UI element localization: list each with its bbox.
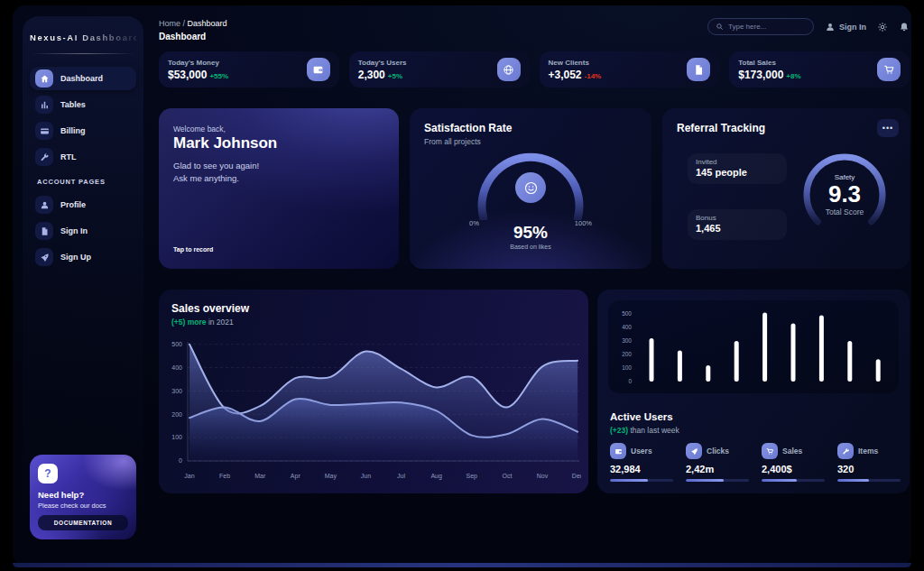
page-title: Dashboard [159, 32, 206, 41]
ellipsis-menu-icon[interactable]: ••• [877, 119, 899, 137]
sidebar-item-dashboard[interactable]: Dashboard [30, 67, 136, 90]
svg-text:Jun: Jun [361, 473, 371, 479]
referral-title: Referral Tracking [677, 122, 765, 134]
welcome-greeting: Welcome back, [173, 124, 226, 134]
search-box [707, 18, 814, 35]
satisfaction-rate-card: Satisfaction Rate From all projects 0% 1… [410, 108, 651, 269]
cards-row-2: Welcome back, Mark Johnson Glad to see y… [159, 108, 910, 269]
svg-text:Nov: Nov [537, 473, 549, 479]
breadcrumb-home[interactable]: Home [159, 19, 180, 28]
metric-sales: Sales 2,400$ [762, 443, 825, 482]
bell-icon[interactable] [899, 22, 910, 32]
stat-card-todays-users: Today's Users 2,300+5% [349, 51, 530, 87]
svg-text:Oct: Oct [502, 473, 512, 479]
welcome-card: Welcome back, Mark Johnson Glad to see y… [159, 108, 399, 269]
svg-text:Sep: Sep [467, 473, 478, 480]
sidebar-item-label: Sign Up [60, 253, 91, 262]
stat-cards-row: Today's Money $53,000+55% Today's Users … [159, 51, 910, 87]
rocket-icon [686, 443, 702, 459]
sidebar-item-billing[interactable]: Billing [30, 119, 136, 143]
rocket-icon [35, 248, 53, 266]
sidebar-item-tables[interactable]: Tables [30, 93, 136, 116]
app-logo: Nexus-AI Dashboard [30, 32, 136, 42]
svg-text:500: 500 [171, 341, 182, 347]
svg-text:300: 300 [622, 337, 632, 344]
gear-icon[interactable] [877, 22, 888, 32]
svg-text:500: 500 [622, 310, 632, 317]
score-value: 9.3 [799, 181, 890, 207]
document-icon [35, 222, 53, 240]
svg-text:0: 0 [628, 378, 632, 384]
sidebar-item-label: RTL [60, 152, 77, 161]
stat-delta: +5% [388, 72, 402, 80]
svg-text:100: 100 [622, 364, 632, 371]
svg-text:Feb: Feb [219, 473, 230, 479]
welcome-message-line1: Glad to see you again! [173, 161, 259, 170]
sidebar-item-label: Profile [60, 200, 86, 209]
wallet-icon [610, 443, 626, 459]
welcome-message-line2: Ask me anything. [173, 173, 239, 183]
stat-card-todays-money: Today's Money $53,000+55% [159, 51, 339, 87]
documentation-button[interactable]: DOCUMENTATION [38, 515, 128, 530]
stat-delta: +8% [786, 72, 800, 80]
active-users-card: 0100200300400500 Active Users (+23) than… [597, 290, 910, 493]
header-controls: Sign In [707, 18, 910, 35]
svg-text:Dec: Dec [572, 473, 581, 479]
sidebar-item-signin[interactable]: Sign In [30, 219, 136, 243]
bar-chart-panel: 0100200300400500 [608, 300, 899, 393]
stat-label: Today's Money [168, 59, 228, 67]
sales-overview-subtitle: (+5) more in 2021 [171, 318, 234, 327]
svg-text:100: 100 [171, 434, 182, 440]
sidebar-item-profile[interactable]: Profile [30, 193, 136, 216]
metric-items: Items 320 [837, 443, 901, 482]
sales-overview-card: Sales overview (+5) more in 2021 0100200… [159, 290, 588, 493]
sidebar-item-rtl[interactable]: RTL [30, 145, 136, 169]
active-users-subtitle: (+23) than last week [610, 426, 679, 435]
sign-in-label: Sign In [839, 23, 866, 32]
metric-label: Users [631, 447, 652, 456]
metric-label: Items [858, 447, 878, 456]
wrench-icon [837, 443, 854, 459]
active-users-delta-rest: than last week [630, 426, 679, 435]
metric-label: Sales [782, 447, 802, 456]
sales-area-chart: 0100200300400500JanFebMarAprMayJunJulAug… [166, 331, 581, 486]
sidebar-item-signup[interactable]: Sign Up [30, 245, 136, 269]
svg-text:Jul: Jul [397, 473, 405, 479]
sidebar-section-label: ACCOUNT PAGES [37, 178, 136, 186]
invited-label: Invited [696, 158, 779, 166]
bonus-value: 1,465 [696, 223, 779, 234]
question-icon: ? [38, 464, 58, 484]
breadcrumb-separator: / [183, 19, 186, 28]
svg-text:Mar: Mar [254, 473, 266, 479]
stat-value: $53,000 [168, 69, 207, 81]
welcome-user-name: Mark Johnson [173, 134, 277, 152]
progress-fill [610, 479, 648, 482]
cart-icon [762, 443, 778, 459]
svg-text:Aug: Aug [430, 473, 442, 480]
main-content: Home / Dashboard Dashboard Sign In Today… [159, 5, 910, 566]
stat-delta: +55% [209, 72, 228, 80]
stat-delta: -14% [585, 72, 602, 80]
sidebar-divider [32, 53, 134, 54]
sales-overview-title: Sales overview [171, 302, 249, 315]
progress-track [837, 479, 901, 482]
satisfaction-caption: Based on likes [410, 244, 651, 250]
credit-card-icon [35, 122, 53, 140]
tap-to-record-button[interactable]: Tap to record [173, 246, 213, 253]
search-input[interactable] [728, 23, 806, 31]
sidebar: Nexus-AI Dashboard Dashboard Tables Bill… [23, 16, 143, 554]
metric-clicks: Clicks 2,42m [686, 443, 749, 482]
cards-row-3: Sales overview (+5) more in 2021 0100200… [159, 290, 910, 493]
invited-value: 145 people [696, 167, 779, 178]
sidebar-item-label: Dashboard [60, 74, 103, 83]
globe-icon [497, 58, 521, 81]
satisfaction-value: 95% [410, 223, 651, 243]
svg-text:300: 300 [171, 388, 182, 394]
svg-text:May: May [325, 473, 337, 480]
metric-value: 32,984 [610, 464, 673, 474]
sales-delta-highlight: (+5) more [171, 318, 207, 327]
sign-in-button[interactable]: Sign In [825, 22, 866, 32]
stat-value: +3,052 [549, 69, 582, 81]
svg-text:Apr: Apr [291, 473, 301, 480]
sidebar-item-label: Tables [60, 100, 86, 109]
